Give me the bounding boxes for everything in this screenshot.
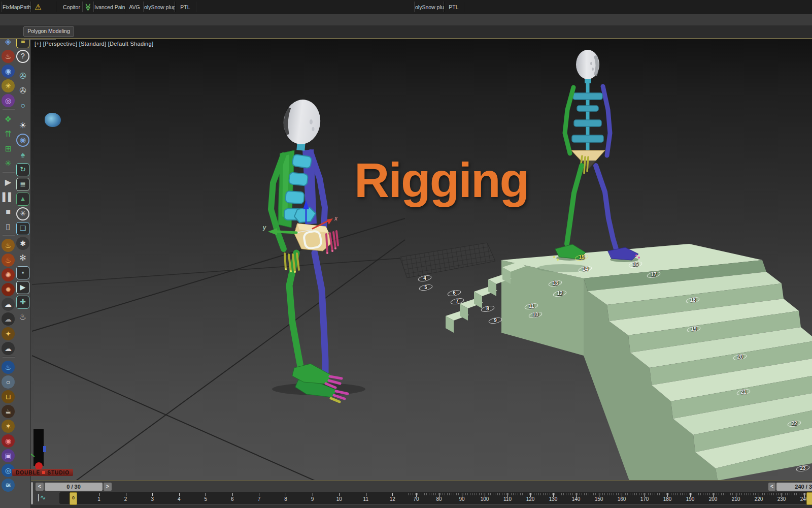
trash-icon[interactable]: ▯ [2, 220, 15, 233]
timeline-tick-label: 4 [172, 496, 186, 502]
waterfall-icon[interactable]: ≋ [2, 479, 15, 492]
bulb-icon[interactable]: ○ [16, 99, 29, 112]
toolbar-button-olysnow-plugi[interactable]: olySnow plugi [144, 0, 175, 14]
timeline-tick-label: 210 [729, 496, 743, 502]
paw-icon[interactable]: ✱ [16, 237, 29, 250]
layers-icon[interactable]: ❏ [16, 222, 29, 235]
character-rig-walking[interactable] [537, 50, 640, 272]
timeline-minor-tick [408, 493, 409, 495]
gizmo-x-label: x [334, 215, 338, 222]
toolbar-button-avg[interactable]: AVG [126, 0, 143, 14]
timeline-minor-tick [435, 493, 436, 495]
swirl-ring-purple-icon[interactable]: ◎ [2, 94, 15, 107]
footstep-marker-13: 13 [548, 279, 563, 288]
flame-ring-red-icon[interactable]: ♨ [2, 50, 15, 63]
viewport-3d-scene[interactable]: x y [30, 39, 812, 481]
pine-trees-icon[interactable]: ♠ [16, 148, 29, 162]
toolbar-button-ptl[interactable]: PTL [445, 0, 463, 14]
next-frame-button[interactable]: > [104, 483, 112, 491]
prev-frame-button[interactable]: < [36, 483, 44, 491]
burst-green-icon[interactable]: ✳ [2, 157, 15, 170]
tab-polygon-modeling[interactable]: Polygon Modeling [23, 26, 74, 37]
sidebar-divider [3, 235, 15, 236]
grid-green-icon[interactable]: ⊞ [2, 142, 15, 155]
timeline-minor-tick [513, 493, 514, 495]
timeline-minor-tick [589, 493, 589, 495]
viewport-label[interactable]: [+] [Perspective] [Standard] [Default Sh… [35, 41, 153, 47]
water-ring-blue-icon[interactable]: ◉ [2, 65, 15, 78]
time-slider-marker[interactable]: 0 [70, 492, 77, 505]
double-chevron-down-icon[interactable]: ≫ [83, 0, 93, 14]
refresh-box-icon[interactable]: ↻ [16, 163, 29, 176]
arrows-up-green-icon[interactable]: ⇈ [2, 128, 15, 141]
toolbar-button-olysnow-plugi[interactable]: olySnow plugi [415, 0, 444, 14]
splat-red-icon[interactable]: ✺ [2, 268, 15, 281]
fireball-orange-icon[interactable]: ♨ [2, 253, 15, 267]
play-icon[interactable]: ▶ [2, 176, 15, 189]
timeline-minor-tick [566, 493, 566, 495]
splat-dark-red-icon[interactable]: ✹ [2, 283, 15, 296]
waterdrop-ring-icon[interactable]: ◉ [16, 134, 29, 147]
timeline-minor-tick [554, 493, 555, 495]
timeline-minor-tick [440, 493, 441, 495]
timeline-minor-tick [705, 493, 705, 495]
character-rig-selected[interactable] [268, 98, 365, 402]
timeline-minor-tick [493, 493, 493, 495]
timeline-minor-tick [604, 493, 605, 495]
grid-cross-icon[interactable]: ✚ [16, 296, 29, 309]
candle-flame-icon[interactable]: ✦ [2, 327, 15, 340]
gears-ring-gold-icon[interactable]: ✳ [2, 79, 15, 92]
scene-black-object [33, 429, 44, 466]
toolbar-button-ptl[interactable]: PTL [176, 0, 195, 14]
stop-icon[interactable]: ■ [2, 205, 15, 218]
timeline-minor-tick [696, 493, 696, 495]
diamond-green-icon[interactable]: ❖ [2, 113, 15, 126]
timeline-minor-tick [534, 493, 534, 495]
camera-purple-icon[interactable]: ▣ [2, 449, 15, 462]
help-icon[interactable]: ? [16, 50, 29, 63]
keyframe-mode-icon[interactable]: |∿ [38, 493, 46, 501]
trackbar-handle[interactable] [31, 482, 33, 504]
frame-display-right: 240 / 3 [776, 483, 812, 491]
timeline-minor-tick [636, 493, 637, 495]
toolbar-button-ivanced-paint[interactable]: Ivanced Paint [94, 0, 125, 14]
footstep-marker-10: 10 [528, 310, 543, 320]
gear-icon[interactable]: ✳ [16, 207, 29, 220]
sun-icon[interactable]: ☀ [16, 119, 29, 132]
fireball-gold-icon[interactable]: ♨ [2, 239, 15, 252]
teapot-icon[interactable]: ♨ [16, 310, 29, 324]
timeline-minor-tick [445, 493, 445, 495]
timeline-minor-tick [778, 493, 779, 495]
timeline-minor-tick [413, 493, 413, 495]
beer-mug-icon[interactable]: ⊔ [2, 390, 15, 403]
coffee-cup-icon[interactable]: ☕ [2, 405, 15, 418]
ring-red-icon[interactable]: ◉ [2, 434, 15, 448]
tree-list-icon[interactable]: ≣ [16, 178, 29, 191]
warning-icon[interactable]: ⚠ [31, 0, 45, 14]
smoke-white-icon[interactable]: ☁ [2, 298, 15, 311]
timeline-tick-label: 140 [569, 496, 583, 502]
tree-box-icon[interactable]: ▲ [16, 193, 29, 206]
camera-paw-icon[interactable]: ✇ [16, 84, 29, 98]
pause-icon[interactable]: ▌▌ [2, 190, 15, 204]
time-slider-marker-right[interactable] [806, 492, 812, 505]
3d-app-window: x y [+] [Perspective] [Standard] [Defaul… [0, 0, 812, 508]
timeline-minor-tick [570, 493, 571, 495]
timeline-minor-tick [449, 493, 450, 495]
toolbar-button-fixmappath[interactable]: FixMapPath [2, 0, 31, 14]
bulb-gear-icon[interactable]: ✻ [16, 251, 29, 265]
honey-dipper-icon[interactable]: ✶ [2, 420, 15, 433]
timeline-tick-label: 3 [145, 496, 159, 502]
video-player-icon[interactable]: ▶ [16, 281, 29, 294]
timeline-minor-tick [737, 493, 737, 495]
water-flame-blue-icon[interactable]: ♨ [2, 361, 15, 374]
smoke-puffs-icon[interactable]: ☁ [2, 342, 15, 355]
prev-frame-button-right[interactable]: < [768, 483, 775, 491]
smoke-gray-icon[interactable]: ☁ [2, 312, 15, 326]
monitor-icon[interactable]: ▪ [16, 266, 29, 279]
milk-splash-icon[interactable]: ○ [2, 375, 15, 389]
timeline-tick [313, 493, 313, 496]
timeline-minor-tick [584, 493, 585, 495]
camera-icon[interactable]: ✇ [16, 70, 29, 83]
timeline-minor-tick [799, 493, 799, 495]
